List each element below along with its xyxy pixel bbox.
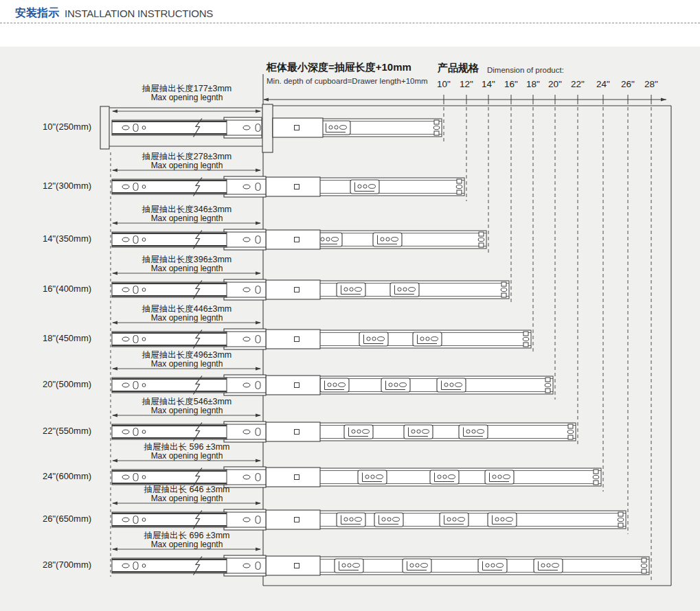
row-label-22in: 22"(550mm) [43,426,106,436]
drawer-rail [112,178,227,196]
min-depth-note-en: Min. depth of cupboard=Drawer length+10m… [267,77,428,85]
mounting-clip [373,233,402,246]
mounting-clip [320,378,349,392]
drawer-rail [112,330,227,349]
slide-row-10in [100,95,444,152]
end-bracket [618,512,624,527]
rail-mount-section [266,422,320,441]
row-label-18in: 18"(450mm) [43,333,106,343]
mounting-clip [337,513,365,527]
slide-row-12in [112,95,466,201]
mounting-clip [321,121,350,135]
mounting-clip [430,470,459,484]
drawer-rail [112,511,227,529]
end-bracket [523,332,529,347]
product-spec-title-cn: 产品规格 [438,62,479,75]
row-label-12in: 12"(300mm) [43,181,106,191]
mounting-clip [350,180,379,194]
mounting-clip [437,378,466,392]
row-label-10in: 10"(250mm) [43,122,106,132]
intermediate-rail [224,422,266,442]
cabinet-rail [266,556,649,575]
rail-mount-section [266,510,320,529]
intermediate-rail [224,375,266,395]
intermediate-rail [224,176,266,197]
drawer-rail [112,231,227,249]
cabinet-rail [266,230,486,249]
rail-mount-section [266,330,320,349]
max-opening-text-en: Max opening legnth [110,494,264,503]
mounting-clip [374,513,403,527]
row-label-28in: 28"(700mm) [43,560,106,570]
rail-mount-section [266,177,320,196]
drawer-rail [112,376,227,395]
max-opening-text-en: Max opening legnth [110,451,264,461]
mounting-clip [459,425,488,439]
row-label-16in: 16"(400mm) [43,284,106,294]
mounting-clip [440,513,468,527]
mounting-clip [335,559,363,573]
mounting-clip [390,283,419,297]
intermediate-rail [224,229,266,250]
mounting-clip [381,378,410,392]
drawer-rail [112,281,227,299]
mounting-clip [359,332,388,346]
cabinet-rail [266,330,531,349]
mounting-clip [413,332,442,346]
cabinet-rail [266,510,626,529]
min-depth-note-cn: 柜体最小深度=抽屉长度+10mm [267,61,411,74]
max-opening-text-en: Max opening legnth [110,214,264,223]
size-label-22in: 22" [564,79,591,89]
mounting-clip [485,470,514,484]
mounting-clip [478,559,507,573]
end-bracket [641,558,647,573]
max-opening-text-en: Max opening legnth [110,540,264,549]
product-spec-title-en: Dimension of product: [487,66,564,74]
max-opening-text-en: Max opening legnth [110,93,264,102]
rail-mount-section [266,556,320,575]
drawer-rail [112,119,227,137]
end-bracket [545,378,551,393]
row-label-24in: 24"(600mm) [43,471,106,481]
cabinet-rail [266,177,464,196]
mounting-clip [337,283,365,297]
max-opening-text-en: Max opening legnth [110,161,264,170]
end-bracket [456,179,462,194]
max-opening-text-en: Max opening legnth [110,313,264,323]
cupboard-front-panel [262,104,273,152]
cabinet-rail [266,376,553,395]
max-opening-text-en: Max opening legnth [110,264,264,273]
mounting-clip [344,425,373,439]
rail-mount-section [273,118,323,137]
cabinet-rail [266,280,509,299]
rail-mount-section [266,376,320,395]
mounting-clip [488,513,517,527]
dimension-scale [263,97,666,101]
page: { "header": { "title_cn": "安装指示", "title… [0,0,700,611]
cabinet-rail [266,422,576,441]
size-label-24in: 24" [589,79,617,89]
mounting-clip [403,559,431,573]
end-bracket [593,470,599,485]
cabinet-rail [273,118,442,137]
size-label-28in: 28" [637,79,665,89]
max-opening-text-en: Max opening legnth [110,406,264,415]
drawer-rail [112,557,227,575]
intermediate-rail [224,555,266,576]
drawer-rail [112,423,227,441]
rail-mount-section [266,280,320,299]
row-label-26in: 26"(650mm) [43,514,106,524]
mounting-clip [404,425,433,439]
row-label-14in: 14"(350mm) [43,233,106,244]
max-opening-text-en: Max opening legnth [110,359,264,369]
rail-mount-section [266,468,320,487]
rail-mount-section [266,230,320,249]
cabinet-rail [266,468,601,487]
end-bracket [433,120,440,135]
end-bracket [567,424,574,439]
mounting-clip [358,470,387,484]
end-bracket [478,232,484,247]
max-opening-dimension-arrow [112,110,261,113]
intermediate-rail [224,509,266,530]
intermediate-rail [224,329,266,349]
